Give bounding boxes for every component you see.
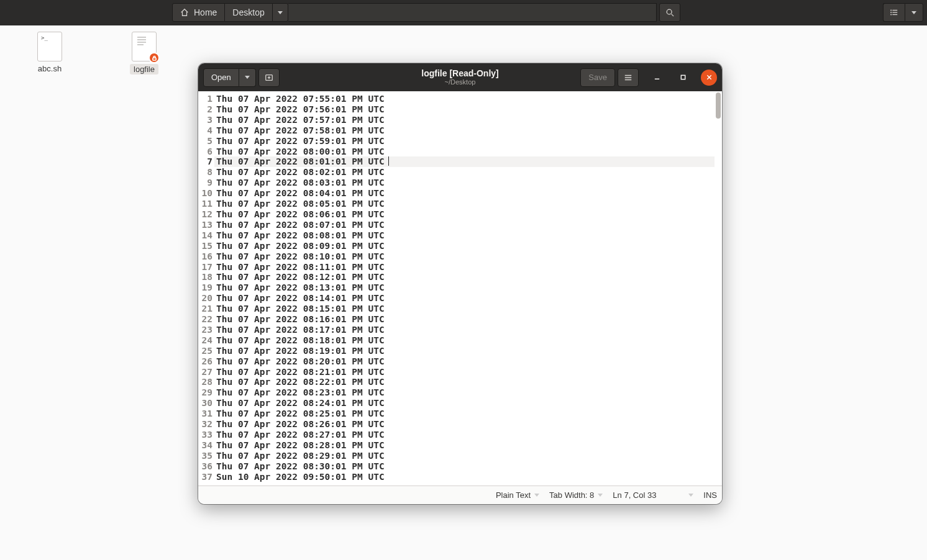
- desktop-icon-label: abc.sh: [38, 64, 62, 73]
- svg-point-7: [891, 14, 892, 15]
- hamburger-menu-button[interactable]: [618, 68, 639, 87]
- code-line[interactable]: Thu 07 Apr 2022 08:19:01 PM UTC: [214, 346, 715, 356]
- code-line[interactable]: Thu 07 Apr 2022 07:59:01 PM UTC: [214, 136, 715, 147]
- line-number: 10: [198, 188, 214, 199]
- maximize-button[interactable]: [675, 70, 691, 86]
- status-bar: Plain Text Tab Width: 8 Ln 7, Col 33 INS: [198, 485, 722, 504]
- line-number: 22: [198, 314, 214, 325]
- code-content[interactable]: Thu 07 Apr 2022 07:55:01 PM UTCThu 07 Ap…: [214, 91, 715, 485]
- code-line[interactable]: Thu 07 Apr 2022 08:00:01 PM UTC: [214, 147, 715, 157]
- insert-label: INS: [703, 490, 717, 500]
- svg-rect-20: [681, 75, 685, 79]
- location-bar[interactable]: [288, 3, 657, 22]
- code-line[interactable]: Thu 07 Apr 2022 08:20:01 PM UTC: [214, 356, 715, 367]
- search-button[interactable]: [659, 3, 680, 22]
- code-line[interactable]: Thu 07 Apr 2022 07:58:01 PM UTC: [214, 125, 715, 136]
- code-line[interactable]: Thu 07 Apr 2022 08:21:01 PM UTC: [214, 367, 715, 377]
- vertical-scrollbar[interactable]: [715, 91, 722, 485]
- code-line[interactable]: Thu 07 Apr 2022 08:24:01 PM UTC: [214, 398, 715, 409]
- line-number: 9: [198, 178, 214, 188]
- close-icon: [706, 74, 713, 81]
- line-number: 21: [198, 304, 214, 314]
- code-line[interactable]: Thu 07 Apr 2022 08:05:01 PM UTC: [214, 199, 715, 209]
- code-line[interactable]: Thu 07 Apr 2022 08:28:01 PM UTC: [214, 440, 715, 451]
- breadcrumb-desktop[interactable]: Desktop: [225, 3, 272, 22]
- code-line[interactable]: Thu 07 Apr 2022 07:57:01 PM UTC: [214, 115, 715, 125]
- code-line[interactable]: Thu 07 Apr 2022 08:17:01 PM UTC: [214, 325, 715, 335]
- code-line[interactable]: Thu 07 Apr 2022 08:01:01 PM UTC: [214, 156, 715, 167]
- line-number: 1: [198, 94, 214, 104]
- open-recent-button[interactable]: [239, 68, 256, 87]
- code-line[interactable]: Thu 07 Apr 2022 08:06:01 PM UTC: [214, 209, 715, 220]
- line-number: 33: [198, 430, 214, 440]
- code-line[interactable]: Thu 07 Apr 2022 08:03:01 PM UTC: [214, 178, 715, 188]
- code-line[interactable]: Thu 07 Apr 2022 08:18:01 PM UTC: [214, 335, 715, 346]
- minimize-button[interactable]: [649, 70, 665, 86]
- line-number: 12: [198, 209, 214, 220]
- svg-point-0: [667, 9, 672, 14]
- line-number: 30: [198, 398, 214, 409]
- text-cursor: [388, 156, 389, 166]
- svg-line-1: [671, 14, 674, 17]
- svg-point-6: [891, 12, 892, 13]
- code-line[interactable]: Thu 07 Apr 2022 07:56:01 PM UTC: [214, 104, 715, 115]
- line-gutter: 1234567891011121314151617181920212223242…: [198, 91, 214, 485]
- syntax-selector[interactable]: Plain Text: [496, 490, 539, 500]
- editor-area[interactable]: 1234567891011121314151617181920212223242…: [198, 91, 722, 485]
- file-manager-toolbar: Home Desktop: [0, 0, 927, 25]
- line-number: 5: [198, 136, 214, 147]
- chevron-down-icon: [278, 11, 283, 14]
- code-line[interactable]: Thu 07 Apr 2022 08:14:01 PM UTC: [214, 293, 715, 304]
- home-icon: [180, 8, 189, 17]
- code-line[interactable]: Thu 07 Apr 2022 08:02:01 PM UTC: [214, 167, 715, 178]
- code-line[interactable]: Sun 10 Apr 2022 09:50:01 PM UTC: [214, 472, 715, 482]
- line-number: 27: [198, 367, 214, 377]
- breadcrumb-home-label: Home: [194, 7, 217, 17]
- chevron-down-icon: [598, 494, 603, 497]
- desktop-icon-logfile[interactable]: logfile: [119, 32, 169, 75]
- line-number: 17: [198, 262, 214, 273]
- view-menu-button[interactable]: [905, 3, 923, 22]
- line-number: 20: [198, 293, 214, 304]
- tab-width-selector[interactable]: Tab Width: 8: [549, 490, 603, 500]
- insert-mode[interactable]: INS: [703, 490, 717, 500]
- code-line[interactable]: Thu 07 Apr 2022 08:11:01 PM UTC: [214, 262, 715, 273]
- chevron-down-icon: [688, 494, 693, 497]
- line-number: 29: [198, 387, 214, 398]
- scrollbar-thumb[interactable]: [716, 93, 721, 119]
- line-number: 23: [198, 325, 214, 335]
- cursor-position[interactable]: Ln 7, Col 33: [613, 490, 693, 500]
- code-line[interactable]: Thu 07 Apr 2022 08:08:01 PM UTC: [214, 230, 715, 241]
- code-line[interactable]: Thu 07 Apr 2022 07:55:01 PM UTC: [214, 94, 715, 104]
- gedit-window: Open logfile [Read-Only] ~/Desktop Save …: [198, 63, 722, 504]
- line-number: 3: [198, 115, 214, 125]
- line-number: 4: [198, 125, 214, 136]
- line-number: 28: [198, 377, 214, 387]
- code-line[interactable]: Thu 07 Apr 2022 08:16:01 PM UTC: [214, 314, 715, 325]
- code-line[interactable]: Thu 07 Apr 2022 08:26:01 PM UTC: [214, 419, 715, 430]
- code-line[interactable]: Thu 07 Apr 2022 08:12:01 PM UTC: [214, 272, 715, 282]
- code-line[interactable]: Thu 07 Apr 2022 08:29:01 PM UTC: [214, 451, 715, 461]
- code-line[interactable]: Thu 07 Apr 2022 08:27:01 PM UTC: [214, 430, 715, 440]
- view-list-button[interactable]: [883, 3, 905, 22]
- code-line[interactable]: Thu 07 Apr 2022 08:04:01 PM UTC: [214, 188, 715, 199]
- code-line[interactable]: Thu 07 Apr 2022 08:09:01 PM UTC: [214, 241, 715, 251]
- code-line[interactable]: Thu 07 Apr 2022 08:07:01 PM UTC: [214, 220, 715, 230]
- code-line[interactable]: Thu 07 Apr 2022 08:15:01 PM UTC: [214, 304, 715, 314]
- breadcrumb-menu-button[interactable]: [272, 3, 288, 22]
- code-line[interactable]: Thu 07 Apr 2022 08:30:01 PM UTC: [214, 461, 715, 472]
- line-number: 24: [198, 335, 214, 346]
- breadcrumb-home[interactable]: Home: [172, 3, 225, 22]
- syntax-label: Plain Text: [496, 490, 531, 500]
- desktop-icon-abc-sh[interactable]: >_ abc.sh: [25, 32, 75, 73]
- open-button[interactable]: Open: [203, 68, 239, 87]
- code-line[interactable]: Thu 07 Apr 2022 08:22:01 PM UTC: [214, 377, 715, 387]
- close-button[interactable]: [701, 70, 717, 86]
- window-titlebar[interactable]: Open logfile [Read-Only] ~/Desktop Save: [198, 63, 722, 91]
- code-line[interactable]: Thu 07 Apr 2022 08:25:01 PM UTC: [214, 409, 715, 419]
- line-number: 26: [198, 356, 214, 367]
- new-tab-button[interactable]: [258, 68, 280, 87]
- code-line[interactable]: Thu 07 Apr 2022 08:23:01 PM UTC: [214, 387, 715, 398]
- code-line[interactable]: Thu 07 Apr 2022 08:10:01 PM UTC: [214, 251, 715, 262]
- code-line[interactable]: Thu 07 Apr 2022 08:13:01 PM UTC: [214, 282, 715, 293]
